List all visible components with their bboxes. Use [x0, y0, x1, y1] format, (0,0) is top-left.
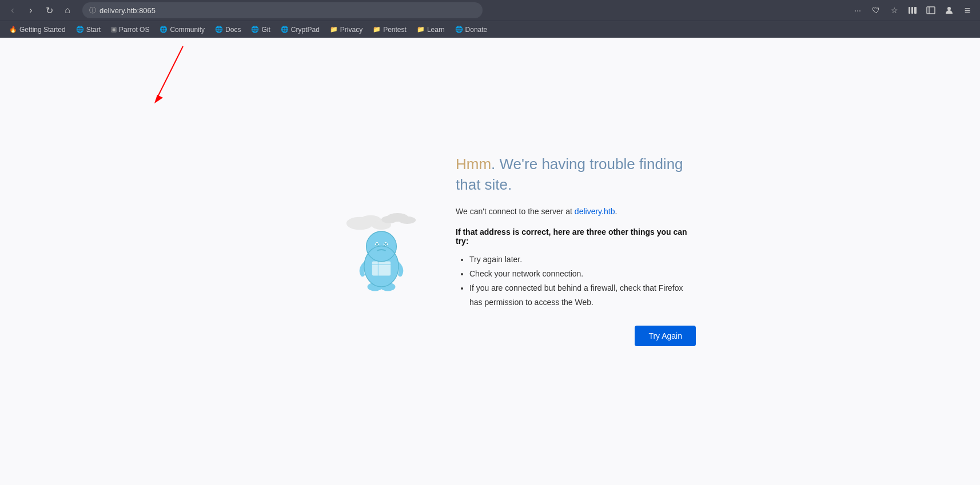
url-text: delivery.htb:8065 [99, 6, 476, 15]
bookmark-label: CryptPad [291, 26, 320, 34]
browser-window: ‹ › ↻ ⌂ ⓘ delivery.htb:8065 ··· 🛡 ☆ [0, 0, 980, 485]
bookmark-community[interactable]: 🌐 Community [155, 25, 209, 35]
svg-point-5 [947, 7, 951, 10]
list-item: Check your network connection. [469, 267, 696, 281]
bookmark-label: Learn [427, 26, 445, 34]
bookmark-parrot-os[interactable]: ▣ Parrot OS [106, 25, 154, 35]
bookmark-label: Parrot OS [119, 26, 149, 34]
svg-line-6 [157, 46, 183, 98]
bookmark-learn[interactable]: 📁 Learn [412, 25, 449, 35]
error-text-area: Hmm. We're having trouble finding that s… [456, 154, 696, 347]
fire-icon: 🔥 [9, 26, 17, 33]
bookmark-getting-started[interactable]: 🔥 Getting Started [5, 25, 70, 35]
forward-button[interactable]: › [23, 2, 39, 18]
bookmark-label: Pentest [383, 26, 407, 34]
address-bar[interactable]: ⓘ delivery.htb:8065 [82, 2, 483, 18]
folder-icon-2: 📁 [373, 26, 381, 33]
svg-rect-2 [914, 7, 917, 14]
svg-rect-1 [911, 7, 913, 14]
bookmark-privacy[interactable]: 📁 Privacy [325, 25, 367, 35]
bookmark-label: Docs [225, 26, 241, 34]
home-button[interactable]: ⌂ [59, 2, 75, 18]
svg-rect-0 [909, 7, 910, 14]
svg-point-13 [399, 216, 416, 223]
sidebar-button[interactable] [923, 2, 939, 18]
annotation-arrow [149, 41, 206, 109]
bookmarks-bar: 🔥 Getting Started 🌐 Start ▣ Parrot OS 🌐 … [0, 21, 980, 38]
back-button[interactable]: ‹ [5, 2, 21, 18]
svg-rect-3 [927, 7, 935, 14]
error-illustration [341, 205, 421, 296]
bookmark-pentest[interactable]: 📁 Pentest [368, 25, 411, 35]
bookmark-cryptpad[interactable]: 🌐 CryptPad [276, 25, 324, 35]
folder-icon-3: 📁 [417, 26, 425, 33]
try-again-button[interactable]: Try Again [635, 326, 696, 346]
error-container: Hmm. We're having trouble finding that s… [341, 154, 696, 347]
bookmark-docs[interactable]: 🌐 Docs [210, 25, 245, 35]
menu-button[interactable]: ≡ [959, 2, 975, 18]
bookmark-label: Donate [465, 26, 488, 34]
bookmark-donate[interactable]: 🌐 Donate [451, 25, 492, 35]
toolbar-right: ··· 🛡 ☆ [850, 2, 975, 18]
shield-button[interactable]: 🛡 [868, 2, 884, 18]
error-list: Try again later. Check your network conn… [456, 252, 696, 310]
globe-icon-3: 🌐 [215, 26, 223, 33]
page-content: Hmm. We're having trouble finding that s… [0, 38, 980, 485]
globe-icon-5: 🌐 [281, 26, 289, 33]
bookmark-label: Getting Started [19, 26, 66, 34]
parrot-icon: ▣ [111, 26, 117, 33]
svg-marker-7 [154, 95, 163, 103]
globe-icon: 🌐 [76, 26, 84, 33]
bookmark-git[interactable]: 🌐 Git [246, 25, 274, 35]
account-button[interactable] [941, 2, 957, 18]
bookmark-label: Start [86, 26, 101, 34]
folder-icon: 📁 [330, 26, 338, 33]
globe-icon-4: 🌐 [251, 26, 259, 33]
globe-icon-2: 🌐 [160, 26, 168, 33]
bookmark-label: Privacy [340, 26, 362, 34]
star-button[interactable]: ☆ [886, 2, 902, 18]
title-bar: ‹ › ↻ ⌂ ⓘ delivery.htb:8065 ··· 🛡 ☆ [0, 0, 980, 21]
list-item: If you are connected but behind a firewa… [469, 281, 696, 310]
bookmark-label: Git [261, 26, 270, 34]
bookmark-label: Community [170, 26, 205, 34]
bookmark-start[interactable]: 🌐 Start [71, 25, 105, 35]
security-icon: ⓘ [89, 6, 96, 15]
error-heading: Hmm. We're having trouble finding that s… [456, 154, 696, 195]
hmm-text: Hmm [456, 155, 491, 173]
library-button[interactable] [905, 2, 921, 18]
reload-button[interactable]: ↻ [41, 2, 57, 18]
more-button[interactable]: ··· [850, 2, 866, 18]
list-item: Try again later. [469, 252, 696, 267]
error-bold-text: If that address is correct, here are thr… [456, 227, 696, 246]
server-link[interactable]: delivery.htb [575, 207, 615, 216]
svg-rect-22 [372, 260, 391, 275]
globe-icon-6: 🌐 [455, 26, 463, 33]
error-subtitle: We can't connect to the server at delive… [456, 207, 696, 216]
